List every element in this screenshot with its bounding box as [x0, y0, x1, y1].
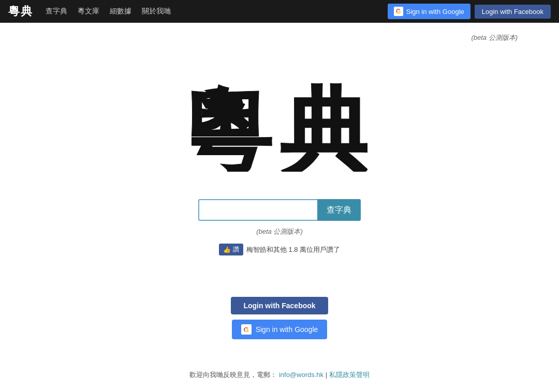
- thumbs-up-icon: 👍: [223, 246, 231, 253]
- like-btn-label: 讚: [233, 245, 239, 254]
- main-content: (beta 公測版本) 粵典 查字典 (beta 公測版本) 👍 讚 梅智皓和其…: [0, 23, 559, 390]
- facebook-login-nav-button[interactable]: Login with Facebook: [475, 5, 551, 19]
- like-count-text: 梅智皓和其他 1.8 萬位用戶讚了: [246, 245, 340, 254]
- google-icon-main: G: [241, 324, 252, 335]
- facebook-login-main-button[interactable]: Login with Facebook: [231, 297, 328, 314]
- search-area: 查字典: [198, 199, 361, 221]
- nav-link-dictionary[interactable]: 查字典: [46, 7, 67, 16]
- footer: 歡迎向我哋反映意見，電郵： info@words.hk | 私隱政策聲明: [189, 370, 369, 390]
- google-signin-main-button[interactable]: G Sign in with Google: [232, 320, 328, 339]
- footer-separator: |: [326, 371, 329, 379]
- svg-text:粵典: 粵典: [192, 81, 367, 172]
- facebook-like-button[interactable]: 👍 讚: [219, 244, 243, 255]
- search-input[interactable]: [198, 199, 317, 221]
- google-signin-nav-label: Sign in with Google: [406, 8, 464, 16]
- footer-email[interactable]: info@words.hk: [279, 371, 323, 379]
- google-icon-nav: G: [394, 7, 403, 16]
- nav-link-data[interactable]: 細數據: [110, 7, 131, 16]
- nav-links: 查字典 粵文庫 細數據 關於我哋: [46, 7, 388, 16]
- footer-privacy[interactable]: 私隱政策聲明: [329, 371, 370, 379]
- main-logo-svg: 粵典: [192, 68, 367, 172]
- nav-actions: G Sign in with Google Login with Faceboo…: [388, 4, 551, 19]
- google-signin-main-label: Sign in with Google: [256, 325, 318, 334]
- beta-label-top: (beta 公測版本): [0, 33, 559, 42]
- like-bar: 👍 讚 梅智皓和其他 1.8 萬位用戶讚了: [219, 244, 340, 255]
- navbar: 粵典 查字典 粵文庫 細數據 關於我哋 G Sign in with Googl…: [0, 0, 559, 23]
- beta-label-center: (beta 公測版本): [256, 227, 303, 236]
- nav-logo: 粵典: [8, 4, 33, 19]
- footer-text: 歡迎向我哋反映意見，電郵：: [189, 371, 277, 379]
- main-logo: 粵典: [192, 68, 367, 184]
- nav-link-about[interactable]: 關於我哋: [142, 7, 171, 16]
- google-signin-nav-button[interactable]: G Sign in with Google: [388, 4, 470, 19]
- search-button[interactable]: 查字典: [317, 199, 361, 221]
- nav-link-library[interactable]: 粵文庫: [78, 7, 99, 16]
- auth-buttons: Login with Facebook G Sign in with Googl…: [231, 297, 328, 339]
